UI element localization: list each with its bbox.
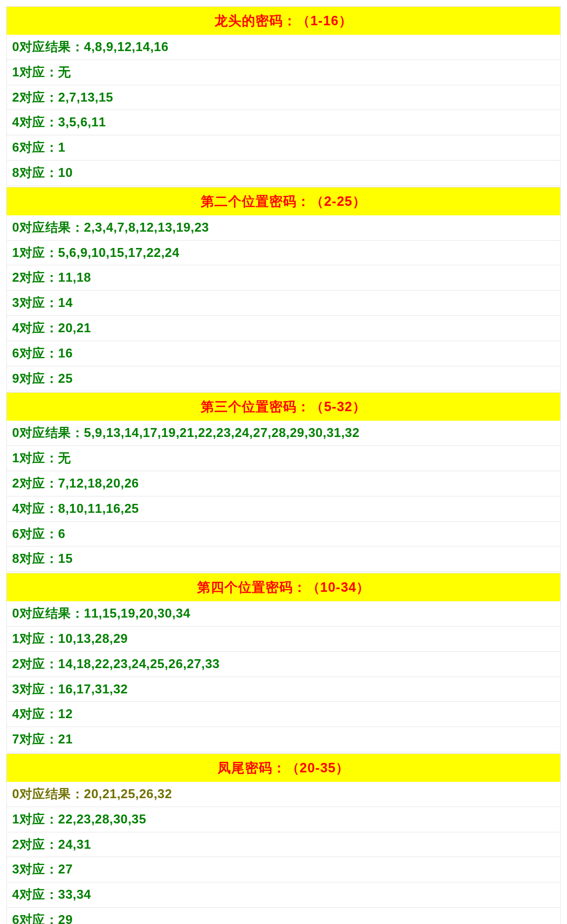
data-row: 7对应：21: [6, 727, 561, 752]
data-row: 2对应：11,18: [6, 265, 561, 291]
data-row: 0对应结果：5,9,13,14,17,19,21,22,23,24,27,28,…: [6, 421, 561, 446]
data-row: 4对应：3,5,6,11: [6, 110, 561, 135]
data-row: 6对应：1: [6, 135, 561, 161]
section-header: 第二个位置密码：（2-25）: [6, 187, 561, 215]
data-row: 1对应：22,23,28,30,35: [6, 807, 561, 832]
data-row: 2对应：24,31: [6, 832, 561, 858]
data-row: 2对应：7,12,18,20,26: [6, 471, 561, 496]
section-header: 龙头的密码：（1-16）: [6, 6, 561, 35]
data-row: 9对应：25: [6, 366, 561, 392]
data-row: 4对应：8,10,11,16,25: [6, 496, 561, 522]
data-row: 8对应：10: [6, 161, 561, 186]
section-header: 第四个位置密码：（10-34）: [6, 573, 561, 601]
section-header: 第三个位置密码：（5-32）: [6, 392, 561, 421]
data-row: 2对应：14,18,22,23,24,25,26,27,33: [6, 652, 561, 677]
data-row: 4对应：12: [6, 702, 561, 727]
data-row: 3对应：16,17,31,32: [6, 677, 561, 702]
data-row: 3对应：14: [6, 291, 561, 316]
data-row: 0对应结果：20,21,25,26,32: [6, 782, 561, 807]
data-row: 1对应：10,13,28,29: [6, 627, 561, 652]
data-row: 6对应：16: [6, 341, 561, 366]
data-row: 1对应：5,6,9,10,15,17,22,24: [6, 241, 561, 266]
data-row: 0对应结果：4,8,9,12,14,16: [6, 35, 561, 60]
data-row: 0对应结果：2,3,4,7,8,12,13,19,23: [6, 215, 561, 241]
data-row: 2对应：2,7,13,15: [6, 85, 561, 111]
data-row: 4对应：33,34: [6, 882, 561, 908]
data-row: 1对应：无: [6, 60, 561, 85]
section-0: 龙头的密码：（1-16）0对应结果：4,8,9,12,14,161对应：无2对应…: [6, 6, 561, 186]
data-row: 6对应：6: [6, 522, 561, 547]
code-table: 龙头的密码：（1-16）0对应结果：4,8,9,12,14,161对应：无2对应…: [6, 6, 561, 924]
data-row: 0对应结果：11,15,19,20,30,34: [6, 601, 561, 627]
data-row: 1对应：无: [6, 446, 561, 471]
section-2: 第三个位置密码：（5-32）0对应结果：5,9,13,14,17,19,21,2…: [6, 392, 561, 572]
section-3: 第四个位置密码：（10-34）0对应结果：11,15,19,20,30,341对…: [6, 573, 561, 752]
data-row: 3对应：27: [6, 857, 561, 882]
section-4: 凤尾密码：（20-35）0对应结果：20,21,25,26,321对应：22,2…: [6, 753, 561, 924]
data-row: 6对应：29: [6, 908, 561, 924]
data-row: 8对应：15: [6, 547, 561, 572]
data-row: 4对应：20,21: [6, 316, 561, 341]
section-header: 凤尾密码：（20-35）: [6, 753, 561, 782]
section-1: 第二个位置密码：（2-25）0对应结果：2,3,4,7,8,12,13,19,2…: [6, 187, 561, 392]
